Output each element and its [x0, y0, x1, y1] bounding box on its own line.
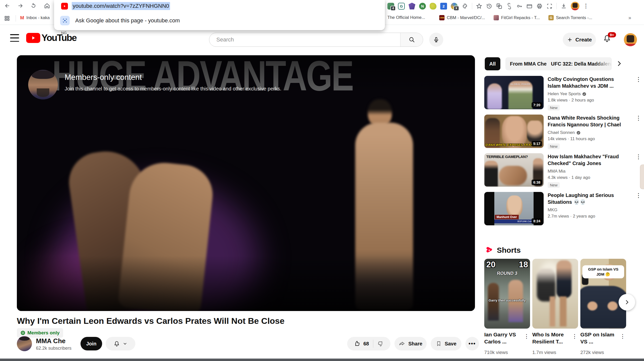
- video-thumbnail[interactable]: Manhunt Over BOFUNK.Com 8:24: [484, 192, 544, 225]
- wallet-icon[interactable]: [526, 3, 533, 9]
- search-button[interactable]: [400, 33, 423, 46]
- extension-icon-7[interactable]: X: [451, 3, 458, 10]
- bookmark-torrents[interactable]: G Search Torrents -...: [548, 15, 592, 20]
- channel-row[interactable]: Chael Sonnen: [548, 130, 623, 135]
- cbm-favicon: CBM: [439, 15, 445, 20]
- guide-menu-icon[interactable]: [10, 34, 19, 42]
- extension-icon-4[interactable]: N: [419, 3, 426, 10]
- short-title[interactable]: GSP on Islam VS ...: [580, 331, 618, 345]
- account-avatar[interactable]: [624, 33, 637, 46]
- suggested-video-1[interactable]: GLOBAL POKER 7:20 Colby Covington Questi…: [484, 76, 644, 113]
- side-panel-handle[interactable]: [640, 165, 644, 189]
- short-3-thumbnail[interactable]: GSP on Islam VS JDM 🤔: [580, 259, 626, 329]
- bookmark-cbm[interactable]: CBM CBM - Marvel/DC/...: [439, 15, 485, 20]
- bookmark-official-home[interactable]: The Official Home...: [387, 15, 425, 20]
- video-menu-icon[interactable]: ⋮: [635, 154, 641, 160]
- history-icon[interactable]: [486, 3, 492, 9]
- create-button[interactable]: Create: [563, 33, 596, 47]
- chip-ufc322[interactable]: UFC 322: Della Maddalena: [546, 57, 612, 70]
- forward-icon[interactable]: [17, 2, 24, 10]
- video-title[interactable]: How Islam Makhachev "Fraud Checked" Crai…: [548, 153, 623, 167]
- suggested-video-2[interactable]: DANA WHITE EXPOSES FRANCIS ! 5:17 Dana W…: [484, 115, 644, 152]
- video-thumbnail[interactable]: GLOBAL POKER 7:20: [484, 76, 544, 109]
- extension-x-badge: X: [454, 6, 459, 11]
- suggested-video-3[interactable]: TERRIBLE GAMEPLAN? 6:38 How Islam Makhac…: [484, 153, 644, 190]
- short-menu-icon[interactable]: ⋮: [524, 333, 529, 340]
- video-title[interactable]: Dana White Reveals Shocking Francis Ngan…: [548, 115, 623, 128]
- video-menu-icon[interactable]: ⋮: [635, 192, 641, 198]
- chip-from-channel[interactable]: From MMA Che: [505, 57, 551, 70]
- extension-icon-5[interactable]: [430, 3, 436, 10]
- link-icon[interactable]: [506, 3, 512, 9]
- bookmark-fitgirl[interactable]: FitGirl Repacks - T...: [494, 15, 540, 20]
- bell-icon: [113, 340, 120, 347]
- screen-capture-icon[interactable]: [546, 3, 553, 9]
- new-badge: New: [548, 105, 560, 111]
- bookmark-inbox[interactable]: M Inbox - kaka: [20, 15, 54, 21]
- channel-avatar[interactable]: [17, 336, 32, 351]
- like-icon[interactable]: [354, 340, 360, 347]
- mic-icon: [433, 37, 439, 43]
- notifications-button[interactable]: 9+: [603, 34, 614, 45]
- short-title[interactable]: Who Is More Resilient T...: [532, 331, 570, 345]
- channel-row[interactable]: MKG: [548, 208, 623, 213]
- more-actions-button[interactable]: •••: [465, 337, 479, 350]
- members-channel-avatar: [28, 70, 58, 99]
- short-1-thumbnail[interactable]: 20 18 ROUND 3 Garry then successfully: [484, 259, 530, 329]
- translate-icon[interactable]: [496, 3, 502, 9]
- video-thumbnail[interactable]: TERRIBLE GAMEPLAN? 6:38: [484, 153, 544, 187]
- bookmarks-overflow-icon[interactable]: »: [628, 15, 631, 21]
- score-left: 20: [486, 260, 496, 269]
- key-icon[interactable]: [516, 3, 522, 9]
- shorts-title: Shorts: [497, 246, 521, 254]
- video-title[interactable]: People Laughing at Serious Situations 💀💀: [548, 192, 623, 205]
- print-icon[interactable]: [536, 3, 543, 9]
- extensions-row: 4 G N 2 X: [387, 2, 589, 10]
- url-row: youtube.com/watch?v=7zZYFNHGNN0: [61, 2, 170, 10]
- like-dislike-pill: 68: [347, 337, 390, 350]
- extension-icon-6[interactable]: 2: [440, 3, 447, 10]
- join-button[interactable]: Join: [80, 337, 102, 350]
- chips-next-icon[interactable]: [615, 60, 623, 67]
- url-input[interactable]: youtube.com/watch?v=7zZYFNHGNN0: [72, 2, 170, 10]
- gmail-icon: M: [20, 15, 24, 21]
- video-thumbnail[interactable]: DANA WHITE EXPOSES FRANCIS ! 5:17: [484, 115, 544, 148]
- video-menu-icon[interactable]: ⋮: [635, 76, 641, 82]
- notification-preference-button[interactable]: [106, 337, 135, 350]
- chip-all[interactable]: All: [485, 57, 500, 70]
- channel-row[interactable]: MMA Mia: [548, 169, 623, 174]
- extension-icon-3[interactable]: [409, 3, 415, 10]
- toolbar-divider: [472, 3, 472, 9]
- channel-name[interactable]: MMA Che: [36, 337, 65, 345]
- new-badge: New: [548, 143, 560, 149]
- shorts-next-button[interactable]: [619, 294, 635, 311]
- extension-icon-1[interactable]: 4: [387, 3, 394, 10]
- browser-profile-avatar[interactable]: [571, 2, 579, 10]
- share-button[interactable]: Share: [394, 337, 427, 350]
- omnibox-suggestion[interactable]: Ask Google about this page - youtube.com: [60, 14, 379, 27]
- extension-icon-2[interactable]: G: [398, 3, 405, 10]
- download-icon[interactable]: [560, 3, 567, 9]
- dislike-icon[interactable]: [377, 340, 384, 347]
- voice-search-button[interactable]: [429, 33, 443, 47]
- save-button[interactable]: Save: [431, 337, 461, 350]
- browser-menu-icon[interactable]: ⋮: [583, 3, 589, 9]
- short-menu-icon[interactable]: ⋮: [572, 333, 577, 340]
- suggested-video-4[interactable]: Manhunt Over BOFUNK.Com 8:24 People Laug…: [484, 192, 644, 229]
- apps-grid-icon[interactable]: [4, 15, 10, 21]
- home-icon[interactable]: [43, 2, 51, 10]
- short-title[interactable]: Ian Garry VS Carlos ...: [484, 331, 521, 345]
- youtube-logo[interactable]: YouTube: [26, 33, 76, 43]
- back-icon[interactable]: [4, 2, 11, 10]
- video-player[interactable]: HUGE ADVANTAGE Members-only content Join…: [17, 55, 475, 311]
- extensions-puzzle-icon[interactable]: [461, 3, 468, 10]
- video-title[interactable]: Colby Covington Questions Islam Makhache…: [548, 76, 623, 89]
- thumbnail-watermark: BOFUNK.Com: [494, 220, 534, 223]
- reload-icon[interactable]: [30, 2, 37, 10]
- short-menu-icon[interactable]: ⋮: [620, 333, 625, 340]
- short-2-thumbnail[interactable]: [532, 259, 578, 329]
- bookmark-star-icon[interactable]: [476, 3, 482, 9]
- video-menu-icon[interactable]: ⋮: [635, 115, 641, 121]
- search-input[interactable]: [209, 36, 400, 43]
- channel-row[interactable]: Helen Yee Sports: [548, 91, 623, 96]
